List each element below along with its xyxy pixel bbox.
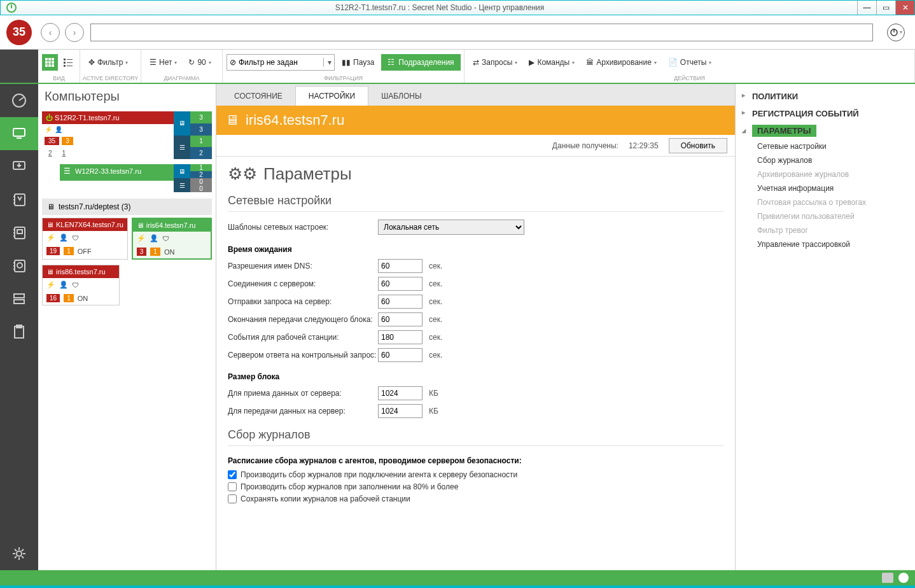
ev-input[interactable]	[378, 330, 423, 344]
commands-dropdown[interactable]: ▶ Команды ▾	[524, 54, 579, 71]
tab-templates[interactable]: ШАБЛОНЫ	[368, 87, 434, 106]
status-circle-icon[interactable]	[898, 573, 909, 583]
recv-input[interactable]	[378, 386, 423, 400]
t1-c2: 1	[64, 247, 74, 255]
nav-mail[interactable]: Почтовая рассылка о тревогах	[736, 195, 915, 209]
alert-badge[interactable]: 35	[0, 20, 38, 45]
status-bar	[0, 570, 915, 585]
close-button[interactable]: ✕	[895, 1, 914, 15]
ping-label: Сервером ответа на контрольный запрос:	[228, 351, 378, 360]
archive-dropdown[interactable]: 🏛 Архивирование ▾	[582, 54, 661, 71]
chk2-label: Производить сбор журналов при заполнении…	[241, 482, 458, 491]
net-dropdown[interactable]: ☰ Нет ▾	[145, 54, 181, 71]
archive-label: Архивирование	[596, 58, 652, 67]
rotate-dropdown[interactable]: ↻ 90 ▾	[184, 54, 215, 71]
card1-stat2: 3	[62, 137, 73, 145]
nav-acct[interactable]: Учетная информация	[736, 181, 915, 195]
c2-r1a: 1	[190, 164, 212, 171]
data-received-label: Данные получены:	[552, 141, 618, 150]
monitor-icon: 🖥	[174, 111, 190, 136]
c1-r2a: 1	[190, 136, 212, 148]
ou-header[interactable]: 🖥 testsn7.ru/deptest (3)	[42, 199, 212, 215]
nav-params[interactable]: ПАРАМЕТРЫ	[736, 122, 915, 139]
sidebar-download-icon[interactable]	[0, 150, 38, 183]
settings-scroll[interactable]: ⚙⚙Параметры Сетевые настройки Шаблоны се…	[216, 157, 735, 570]
tile-klen[interactable]: 🖥KLEN7X64.testsn7.ru ⚡ 👤 🛡 19 1 OFF	[42, 218, 128, 260]
host-name: iris64.testsn7.ru	[246, 112, 344, 129]
nav-back-button[interactable]: ‹	[41, 23, 60, 42]
ribbon-side-pad	[0, 50, 38, 83]
sidebar-book2-icon[interactable]	[0, 216, 38, 249]
computer-card-2[interactable]: ☰ W12R2-33.testsn7.ru 🖥12 ☰00	[60, 164, 212, 192]
nav-events[interactable]: РЕГИСТРАЦИЯ СОБЫТИЙ	[736, 105, 915, 122]
reports-dropdown[interactable]: 📄 Отчеты ▾	[664, 54, 716, 71]
sendb-input[interactable]	[378, 404, 423, 418]
block-label: Окончания передачи следующего блока:	[228, 315, 378, 324]
user-icon: 👤	[59, 281, 68, 289]
t2-state: ON	[164, 248, 175, 256]
svg-rect-15	[64, 62, 66, 64]
template-select[interactable]: Локальная сеть	[378, 220, 524, 235]
block-input[interactable]	[378, 312, 423, 326]
tab-settings[interactable]: НАСТРОЙКИ	[295, 86, 368, 106]
wait-subhead: Время ожидания	[228, 245, 723, 254]
units-button[interactable]: ☷ Подразделения	[381, 54, 460, 71]
ribbon-actions-label: ДЕЙСТВИЯ	[464, 75, 914, 83]
block-unit: сек.	[429, 315, 442, 324]
conn-label: Соединения с сервером:	[228, 279, 378, 288]
sidebar-book3-icon[interactable]	[0, 249, 38, 283]
sidebar-dashboard-icon[interactable]	[0, 84, 38, 117]
conn-input[interactable]	[378, 277, 423, 291]
chk2[interactable]	[228, 482, 237, 491]
tile-iris64[interactable]: 🖥iris64.testsn7.ru ⚡ 👤 🛡 3 1 ON	[132, 218, 212, 260]
sidebar-book1-icon[interactable]	[0, 183, 38, 216]
tile-iris86[interactable]: 🖥iris86.testsn7.ru ⚡ 👤 🛡 16 1 ON	[42, 265, 120, 305]
nav-forward-button[interactable]: ›	[65, 23, 84, 42]
pause-button[interactable]: ▮▮ Пауза	[337, 54, 379, 71]
ribbon-ad-label: ACTIVE DIRECTORY	[80, 75, 141, 83]
ribbon: ВИД ✥ Фильтр ▾ ACTIVE DIRECTORY ☰ Нет ▾ …	[0, 50, 915, 84]
sidebar-clipboard-icon[interactable]	[0, 316, 38, 349]
nav-trace[interactable]: Управление трассировкой	[736, 237, 915, 251]
svg-rect-7	[45, 61, 48, 64]
net-section-title: Сетевые настройки	[228, 194, 723, 212]
nav-filt[interactable]: Фильтр тревог	[736, 223, 915, 237]
minimize-button[interactable]: —	[857, 1, 876, 15]
address-input[interactable]	[90, 24, 873, 41]
user-icon: 👤	[59, 234, 68, 242]
sidebar-settings-icon[interactable]	[0, 537, 38, 570]
power-menu-button[interactable]: ▾	[887, 24, 905, 41]
requests-dropdown[interactable]: ⇄ Запросы ▾	[468, 54, 522, 71]
nav-logs[interactable]: Сбор журналов	[736, 153, 915, 167]
status-keyboard-icon[interactable]	[882, 573, 893, 583]
chk3[interactable]	[228, 494, 237, 503]
list-view-button[interactable]	[60, 54, 76, 71]
dns-input[interactable]	[378, 259, 423, 273]
sidebar-computers-icon[interactable]	[0, 117, 38, 150]
params-title: Параметры	[263, 164, 352, 184]
nav-policies[interactable]: ПОЛИТИКИ	[736, 88, 915, 105]
play-icon: ▶	[529, 58, 534, 67]
svg-rect-6	[52, 58, 54, 60]
nav-net[interactable]: Сетевые настройки	[736, 139, 915, 153]
sendb-label: Для передачи данных на сервер:	[228, 407, 378, 416]
left-sidebar	[0, 84, 38, 570]
refresh-button[interactable]: Обновить	[669, 138, 727, 153]
server-icon: ☰	[64, 167, 71, 176]
send-input[interactable]	[378, 295, 423, 309]
maximize-button[interactable]: ▭	[876, 1, 895, 15]
filter-combo[interactable]: ⊘ Фильтр не задан ▾	[227, 54, 335, 71]
nav-arch[interactable]: Архивирование журналов	[736, 167, 915, 181]
filter-dropdown[interactable]: ✥ Фильтр ▾	[84, 54, 132, 71]
reports-label: Отчеты	[680, 58, 706, 67]
sidebar-server-icon[interactable]	[0, 283, 38, 316]
tab-status[interactable]: СОСТОЯНИЕ	[221, 87, 295, 106]
chk1[interactable]	[228, 470, 237, 479]
nav-priv[interactable]: Привилегии пользователей	[736, 209, 915, 223]
computer-card-1[interactable]: ⏻ S12R2-T1.testsn7.ru ⚡ 👤 35 3 2 1 🖥33	[42, 111, 212, 159]
svg-rect-12	[52, 64, 54, 67]
ping-input[interactable]	[378, 348, 423, 362]
data-bar: Данные получены: 12:29:35 Обновить	[216, 135, 735, 157]
app-icon	[1, 3, 22, 13]
grid-view-button[interactable]	[42, 54, 58, 71]
